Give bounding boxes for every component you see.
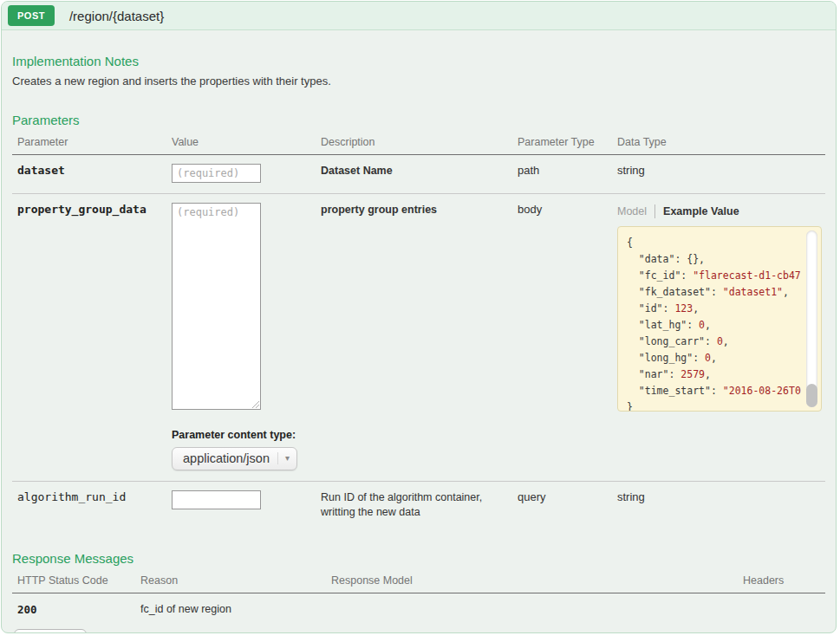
content-type-select[interactable]: application/json ▾ <box>172 447 297 470</box>
param-description-dataset: Dataset Name <box>321 164 518 183</box>
col-header-value: Value <box>172 136 321 148</box>
algorithm-run-id-input[interactable] <box>172 490 261 509</box>
col-header-http-status-code: HTTP Status Code <box>17 574 140 587</box>
implementation-notes-title: Implementation Notes <box>12 54 825 68</box>
col-header-response-model: Response Model <box>331 574 743 587</box>
content-type-selected-value: application/json <box>183 451 270 465</box>
response-messages-title: Response Messages <box>12 551 825 566</box>
response-table-header: HTTP Status Code Reason Response Model H… <box>12 574 825 593</box>
response-messages-table: HTTP Status Code Reason Response Model H… <box>12 574 825 621</box>
dataset-value-input[interactable] <box>172 164 261 183</box>
col-header-data-type: Data Type <box>617 136 822 148</box>
col-header-description: Description <box>321 136 518 148</box>
operation-panel: POST /region/{dataset} Implementation No… <box>1 1 837 633</box>
col-header-headers: Headers <box>743 574 822 587</box>
response-status-code: 200 <box>17 603 140 616</box>
http-method-badge[interactable]: POST <box>8 5 55 26</box>
content-type-label: Parameter content type: <box>172 429 321 441</box>
param-name-dataset: dataset <box>17 164 172 183</box>
table-row: property_group_data Parameter content ty… <box>12 193 825 481</box>
scrollbar-thumb[interactable] <box>806 384 817 407</box>
implementation-notes-text: Creates a new region and inserts the pro… <box>12 75 825 88</box>
response-headers-cell <box>743 603 822 616</box>
param-description-algorithm-run-id: Run ID of the algorithm container, writt… <box>321 490 518 520</box>
tab-example-value[interactable]: Example Value <box>655 205 739 217</box>
parameters-table-header: Parameter Value Description Parameter Ty… <box>12 136 825 155</box>
operation-content: Implementation Notes Creates a new regio… <box>2 30 836 633</box>
table-row: dataset Dataset Name path string <box>12 155 825 193</box>
data-type-dataset: string <box>617 164 822 183</box>
response-model-cell <box>331 603 743 616</box>
example-json-code: { "data": {}, "fc_id": "flarecast-d1-cb4… <box>627 235 800 412</box>
col-header-parameter: Parameter <box>17 136 172 148</box>
table-row: 200 fc_id of new region <box>12 593 825 621</box>
try-it-out-button[interactable]: Try it out! <box>14 629 87 633</box>
param-name-property-group-data: property_group_data <box>17 203 172 470</box>
endpoint-path-link[interactable]: /region/{dataset} <box>69 9 164 23</box>
param-name-algorithm-run-id: algorithm_run_id <box>17 490 172 520</box>
param-type-dataset: path <box>518 164 617 183</box>
model-tabs: Model Example Value <box>617 204 822 218</box>
property-group-data-textarea[interactable] <box>172 203 261 410</box>
param-type-property-group-data: body <box>518 203 617 470</box>
model-example-widget: Model Example Value { "data": {}, "fc_id… <box>617 204 822 470</box>
col-header-parameter-type: Parameter Type <box>518 136 617 148</box>
chevron-down-icon: ▾ <box>277 452 290 464</box>
operation-heading-bar: POST /region/{dataset} <box>2 2 836 30</box>
table-row: algorithm_run_id Run ID of the algorithm… <box>12 481 825 530</box>
param-description-property-group-data: property group entries <box>321 203 518 470</box>
tab-model[interactable]: Model <box>617 205 654 217</box>
example-value-box[interactable]: { "data": {}, "fc_id": "flarecast-d1-cb4… <box>617 226 822 412</box>
param-type-algorithm-run-id: query <box>518 490 617 520</box>
data-type-algorithm-run-id: string <box>617 490 822 520</box>
col-header-reason: Reason <box>140 574 331 587</box>
parameters-table: Parameter Value Description Parameter Ty… <box>12 136 825 530</box>
response-reason: fc_id of new region <box>140 603 331 616</box>
parameters-title: Parameters <box>12 113 825 127</box>
scrollbar[interactable] <box>806 230 817 407</box>
